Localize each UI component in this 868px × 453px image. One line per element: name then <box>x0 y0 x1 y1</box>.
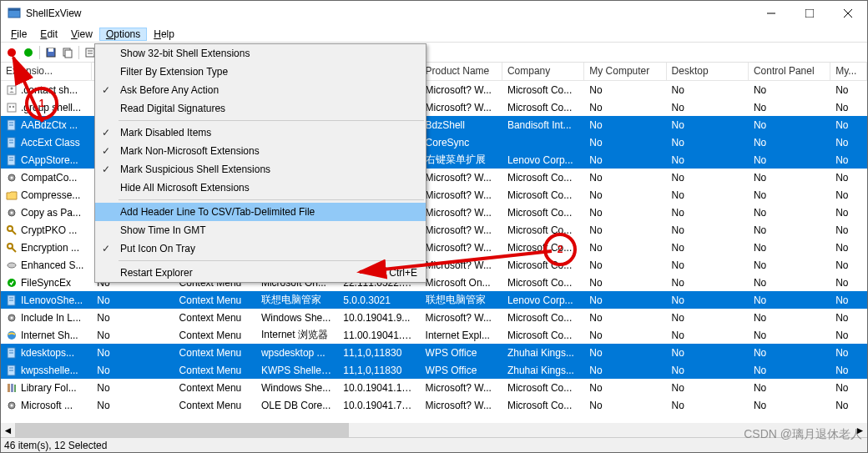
column-header[interactable]: My... <box>830 63 867 80</box>
cell: No <box>584 172 666 184</box>
cell: Lenovo Corp... <box>502 294 584 306</box>
menu-item[interactable]: Hide All Microsoft Extensions <box>95 179 426 197</box>
cell: No <box>830 172 867 184</box>
disable-button[interactable] <box>4 45 19 60</box>
cell: Microsoft? W... <box>421 102 502 113</box>
cell: No <box>749 84 830 96</box>
menu-item[interactable]: Filter By Extension Type <box>95 63 426 81</box>
close-button[interactable] <box>829 1 867 26</box>
cell: kwpsshelle... <box>1 365 92 376</box>
column-header[interactable]: Control Panel <box>749 63 830 80</box>
column-header[interactable]: My Computer <box>584 63 666 80</box>
cell: BdzShell <box>421 119 502 131</box>
cell: No <box>830 207 867 219</box>
cell: No <box>667 347 749 359</box>
menu-help[interactable]: Help <box>147 28 181 41</box>
scroll-thumb[interactable] <box>15 423 349 437</box>
menu-item[interactable]: ✓Ask Before Any Action <box>95 81 426 99</box>
cell: No <box>584 137 666 148</box>
cell: Microsoft? W... <box>421 189 502 201</box>
cell: CryptPKO ... <box>1 224 92 236</box>
cell: Microsoft? W... <box>421 207 502 219</box>
cell: Include In L... <box>1 312 92 324</box>
cell: No <box>667 119 749 131</box>
menu-separator <box>119 199 424 200</box>
menu-item[interactable]: Show Time In GMT <box>95 221 426 239</box>
cell: Microsoft Co... <box>502 277 584 289</box>
table-row[interactable]: Microsoft ...NoContext MenuOLE DB Core..… <box>1 396 867 414</box>
svg-point-21 <box>9 105 11 107</box>
cell: 11.00.19041.9... <box>338 330 420 341</box>
doc-icon <box>6 294 18 306</box>
cell: .group shell... <box>1 102 92 113</box>
cell: Microsoft Co... <box>502 102 584 113</box>
cell: No <box>92 347 174 359</box>
table-row[interactable]: kdesktops...NoContext Menuwpsdesktop ...… <box>1 344 867 361</box>
cell: 10.0.19041.74... <box>338 400 420 411</box>
menu-view[interactable]: View <box>64 28 99 41</box>
menu-item[interactable]: Add Header Line To CSV/Tab-Delimited Fil… <box>95 203 426 221</box>
table-row[interactable]: Library Fol...NoContext MenuWindows She.… <box>1 379 867 396</box>
cell: No <box>584 102 666 113</box>
cell: Context Menu <box>174 365 256 376</box>
cell: Microsoft Co... <box>502 330 584 341</box>
table-row[interactable]: kwpsshelle...NoContext MenuKWPS Shellex.… <box>1 361 867 379</box>
cell: No <box>667 172 749 184</box>
menu-edit[interactable]: Edit <box>33 28 64 41</box>
menu-file[interactable]: File <box>4 28 33 41</box>
menu-item[interactable]: ✓Mark Suspicious Shell Extensions <box>95 160 426 179</box>
cell: No <box>584 400 666 411</box>
cell: wpsdesktop ... <box>256 347 338 359</box>
copy-button[interactable] <box>60 45 75 60</box>
column-header[interactable]: Product Name <box>421 63 502 80</box>
cell: Context Menu <box>174 400 256 411</box>
save-button[interactable] <box>43 45 58 60</box>
menu-item[interactable]: ✓Put Icon On Tray <box>95 239 426 258</box>
menu-item[interactable]: ✓Mark Non-Microsoft Extensions <box>95 142 426 160</box>
cell: 5.0.0.3021 <box>338 294 420 306</box>
cell: No <box>667 137 749 148</box>
svg-point-22 <box>13 105 14 107</box>
column-header[interactable]: Extensio... <box>1 63 92 80</box>
cell: Context Menu <box>174 382 256 394</box>
cell: No <box>584 365 666 376</box>
menu-bar: FileEditViewOptionsHelp <box>1 26 867 43</box>
svg-rect-54 <box>8 384 10 392</box>
cell: No <box>667 365 749 376</box>
minimize-button[interactable] <box>752 1 790 26</box>
svg-point-46 <box>11 316 13 319</box>
menu-options[interactable]: Options <box>99 28 147 41</box>
cell: No <box>584 330 666 341</box>
table-row[interactable]: Include In L...NoContext MenuWindows She… <box>1 309 867 326</box>
cell: No <box>830 365 867 376</box>
cell: WPS Office <box>421 347 502 359</box>
table-row[interactable]: Internet Sh...NoContext MenuInternet 浏览器… <box>1 326 867 344</box>
cell: Microsoft? W... <box>421 312 502 324</box>
cell: No <box>749 259 830 271</box>
horizontal-scrollbar[interactable]: ◄ ► <box>1 423 867 437</box>
cell: 联想电脑管家 <box>256 293 338 307</box>
cell: No <box>584 242 666 254</box>
menu-item[interactable]: Read Digital Signatures <box>95 99 426 118</box>
maximize-button[interactable] <box>790 1 829 26</box>
checkmark-icon: ✓ <box>102 164 110 175</box>
menu-item[interactable]: Show 32-bit Shell Extensions <box>95 44 426 63</box>
cell: Microsoft ... <box>1 400 92 411</box>
cell: Context Menu <box>174 347 256 359</box>
watermark-text: CSDN @璃月退休老人 <box>744 427 862 442</box>
cell: No <box>749 347 830 359</box>
column-header[interactable]: Desktop <box>667 63 749 80</box>
cell: CoreSync <box>421 137 502 148</box>
table-row[interactable]: ILenovoShe...NoContext Menu联想电脑管家5.0.0.3… <box>1 291 867 309</box>
cell: Zhuhai Kings... <box>502 347 584 359</box>
cell: Microsoft Co... <box>502 242 584 254</box>
svg-rect-55 <box>11 384 13 392</box>
cell: No <box>92 312 174 324</box>
menu-item[interactable]: ✓Mark Disabled Items <box>95 123 426 142</box>
cell: No <box>584 294 666 306</box>
cell: No <box>584 224 666 236</box>
scroll-left-button[interactable]: ◄ <box>1 423 15 437</box>
enable-button[interactable] <box>21 45 36 60</box>
column-header[interactable]: Company <box>502 63 584 80</box>
menu-item[interactable]: Restart ExplorerCtrl+E <box>95 264 426 282</box>
